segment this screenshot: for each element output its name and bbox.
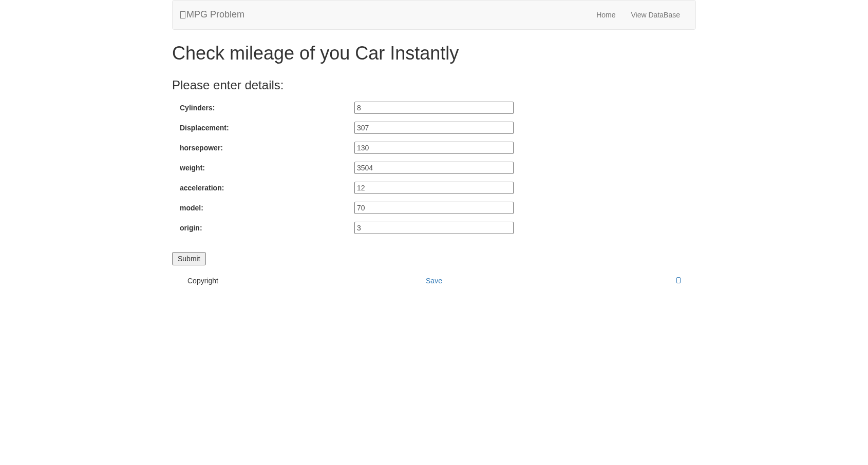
form-group-origin: origin:	[172, 222, 696, 234]
input-acceleration[interactable]	[354, 182, 514, 194]
form-group-horsepower: horsepower:	[172, 142, 696, 154]
form-group-model: model:	[172, 202, 696, 214]
form-group-acceleration: acceleration:	[172, 182, 696, 194]
submit-button[interactable]: Submit	[172, 252, 206, 265]
label-cylinders: Cylinders:	[172, 103, 347, 113]
input-weight[interactable]	[354, 162, 514, 174]
input-horsepower[interactable]	[354, 142, 514, 154]
footer-phone-link[interactable]	[676, 277, 681, 285]
phone-icon	[676, 277, 681, 283]
nav-link-view-database[interactable]: View DataBase	[624, 2, 688, 28]
label-displacement: Displacement:	[172, 123, 347, 133]
navbar: MPG Problem Home View DataBase	[172, 0, 696, 30]
form-group-cylinders: Cylinders:	[172, 102, 696, 114]
leaf-icon	[180, 11, 185, 18]
label-weight: weight:	[172, 163, 347, 173]
footer-save-link[interactable]: Save	[426, 277, 442, 285]
navbar-brand[interactable]: MPG Problem	[180, 1, 244, 29]
page-subtitle: Please enter details:	[172, 76, 696, 94]
input-cylinders[interactable]	[354, 102, 514, 114]
page-title: Check mileage of you Car Instantly	[172, 40, 696, 66]
label-horsepower: horsepower:	[172, 143, 347, 153]
navbar-nav: Home View DataBase	[589, 2, 688, 28]
form-group-displacement: Displacement:	[172, 122, 696, 134]
footer-copyright: Copyright	[187, 276, 342, 286]
label-origin: origin:	[172, 223, 347, 233]
footer: Copyright Save	[172, 276, 696, 286]
input-displacement[interactable]	[354, 122, 514, 134]
input-origin[interactable]	[354, 222, 514, 234]
form-group-weight: weight:	[172, 162, 696, 174]
input-model[interactable]	[354, 202, 514, 214]
mpg-form: Cylinders: Displacement: horsepower: wei…	[172, 102, 696, 265]
nav-link-home[interactable]: Home	[589, 2, 623, 28]
brand-text: MPG Problem	[186, 8, 244, 22]
label-acceleration: acceleration:	[172, 183, 347, 193]
label-model: model:	[172, 203, 347, 213]
